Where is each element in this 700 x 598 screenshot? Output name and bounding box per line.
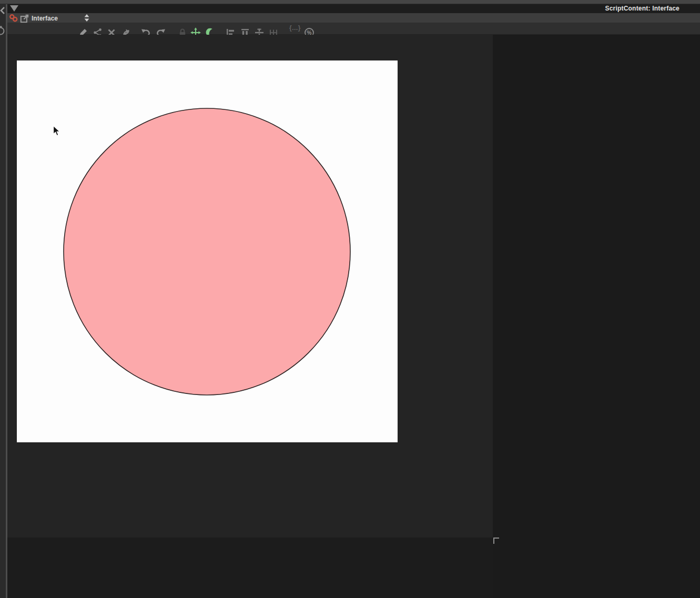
external-link-icon[interactable] — [19, 14, 30, 24]
context-dropdown-value[interactable]: Interface — [32, 15, 58, 22]
link-icon[interactable] — [8, 13, 19, 24]
panel-divider[interactable] — [6, 4, 7, 598]
history-icon[interactable] — [0, 25, 6, 36]
collapse-triangle-icon[interactable] — [10, 5, 18, 12]
tools-bar: 181% — [7, 23, 700, 35]
app-window: ScriptContent: Interface Interface — [0, 0, 700, 598]
panel-title: ScriptContent: Interface — [605, 5, 679, 12]
chevron-left-icon[interactable] — [0, 5, 6, 16]
stepper-icon[interactable] — [84, 14, 90, 22]
panel-resize-handle[interactable] — [493, 538, 499, 544]
artboard[interactable] — [17, 60, 398, 442]
braces-icon[interactable]: {…} — [289, 24, 300, 32]
panel-title-bar: ScriptContent: Interface — [7, 4, 700, 13]
window-top-strip — [0, 0, 700, 4]
artboard-drawing — [17, 60, 398, 442]
workspace-background-right — [493, 35, 700, 598]
workspace-background-bottom — [7, 538, 493, 598]
canvas-viewport[interactable] — [7, 35, 493, 538]
left-rail — [0, 4, 6, 598]
context-bar: Interface — [7, 13, 700, 23]
circle-shape[interactable] — [64, 108, 350, 395]
script-content-panel: ScriptContent: Interface Interface — [7, 4, 700, 598]
